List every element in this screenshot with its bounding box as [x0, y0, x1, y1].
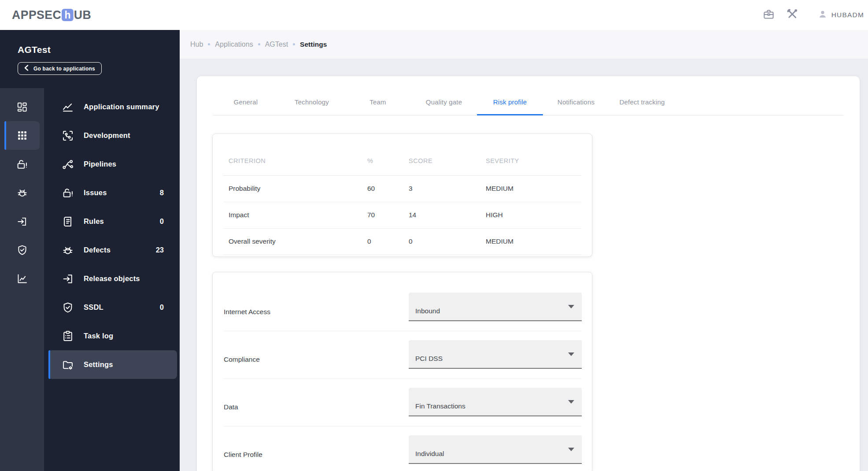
sidebar-item-label: Issues [84, 189, 107, 197]
form-row-internet-access: Internet AccessInbound [223, 284, 581, 331]
table-cell-percent: 60 [362, 175, 403, 202]
sidebar-item-badge: 0 [160, 217, 164, 226]
breadcrumb-separator-dot [258, 43, 260, 45]
dropdown-arrow-icon [568, 448, 574, 451]
select-value: Fin Transactions [415, 402, 465, 411]
sidebar-item-settings[interactable]: Settings [48, 350, 177, 379]
select-client-profile[interactable]: Individual [409, 435, 582, 464]
table-header-cell: SEVERITY [480, 134, 581, 175]
app-logo: APPSEChUB [12, 0, 91, 30]
sidebar-menu: Application summaryDevelopmentPipelinesI… [44, 88, 180, 471]
chevron-left-icon [24, 65, 29, 72]
breadcrumb-item[interactable]: AGTest [265, 41, 288, 48]
sidebar-item-badge: 23 [156, 246, 164, 254]
sidebar-item-application-summary[interactable]: Application summary [48, 93, 177, 121]
chart-line-icon [62, 101, 74, 113]
select-value: PCI DSS [415, 354, 443, 363]
sidebar-item-issues[interactable]: Issues8 [48, 178, 177, 207]
rail-item-apps-grid[interactable] [4, 121, 40, 150]
breadcrumb-item[interactable]: Hub [190, 41, 203, 48]
sidebar-item-label: Task log [84, 332, 113, 340]
tab-team[interactable]: Team [345, 94, 411, 115]
table-cell-score: 14 [403, 202, 480, 228]
go-back-label: Go back to applications [33, 66, 95, 72]
tab-quality-gate[interactable]: Quality gate [411, 94, 477, 115]
sidebar-item-label: Pipelines [84, 160, 116, 168]
table-cell-severity: MEDIUM [480, 228, 581, 255]
briefcase-icon[interactable] [763, 8, 775, 22]
user-name: HUBADM [831, 11, 864, 19]
table-row: Impact7014HIGH [223, 202, 581, 228]
sidebar-item-rules[interactable]: Rules0 [48, 207, 177, 236]
select-value: Inbound [415, 307, 440, 315]
shield-check-icon [16, 244, 28, 256]
tab-notifications[interactable]: Notifications [543, 94, 609, 115]
sidebar-item-ssdl[interactable]: SSDL0 [48, 293, 177, 322]
form-row-compliance: CompliancePCI DSS [223, 331, 581, 379]
sidebar-item-badge: 0 [160, 303, 164, 312]
sidebar: AGTest Go back to applications Applicati… [0, 30, 180, 471]
sidebar-item-development[interactable]: Development [48, 121, 177, 150]
apps-grid-icon [17, 130, 28, 141]
sidebar-header: AGTest Go back to applications [0, 30, 180, 88]
tools-icon[interactable] [786, 8, 798, 22]
logo-text-post: UB [74, 8, 91, 22]
table-cell-severity: HIGH [480, 202, 581, 228]
unlocked-alert-icon [16, 158, 28, 171]
rail-item-exit[interactable] [4, 207, 40, 236]
breadcrumb-separator-dot [208, 43, 210, 45]
active-tab-indicator [477, 114, 543, 115]
dev-branch-icon [62, 130, 74, 142]
tab-technology[interactable]: Technology [279, 94, 345, 115]
shield-check-icon [62, 301, 74, 314]
form-label: Data [224, 403, 238, 412]
go-back-button[interactable]: Go back to applications [18, 62, 102, 75]
select-internet-access[interactable]: Inbound [409, 293, 582, 321]
form-row-client-profile: Client ProfileIndividual [223, 426, 581, 471]
rules-doc-icon [62, 215, 74, 228]
tab-risk-profile[interactable]: Risk profile [477, 94, 543, 115]
task-log-icon [62, 330, 74, 342]
select-compliance[interactable]: PCI DSS [409, 340, 582, 369]
select-data[interactable]: Fin Transactions [409, 388, 582, 416]
dropdown-arrow-icon [568, 305, 574, 308]
table-cell-criterion: Overall severity [223, 228, 362, 255]
breadcrumb-separator-dot [293, 43, 295, 45]
rail-item-bug[interactable] [4, 178, 40, 207]
table-cell-criterion: Impact [223, 202, 362, 228]
sidebar-item-badge: 8 [160, 189, 164, 197]
table-cell-score: 0 [403, 228, 480, 255]
breadcrumb: HubApplicationsAGTestSettings [180, 30, 868, 59]
table-cell-score: 3 [403, 175, 480, 202]
sidebar-item-defects[interactable]: Defects23 [48, 236, 177, 264]
top-bar: APPSEChUB HUBADM [0, 0, 868, 30]
exit-icon [62, 273, 74, 285]
bug-icon [16, 187, 28, 199]
rail-item-dashboard[interactable] [4, 93, 40, 121]
tab-general[interactable]: General [213, 94, 279, 115]
form-label: Client Profile [224, 450, 262, 459]
user-menu[interactable]: HUBADM [818, 9, 864, 21]
tab-defect-tracking[interactable]: Defect tracking [609, 94, 675, 115]
sidebar-item-release-objects[interactable]: Release objects [48, 264, 177, 293]
form-label: Internet Access [224, 308, 270, 316]
sidebar-item-label: Settings [84, 360, 113, 369]
sidebar-icon-rail [0, 88, 44, 471]
main-content: HubApplicationsAGTestSettings GeneralTec… [180, 30, 868, 471]
unlocked-alert-icon [62, 187, 74, 199]
sidebar-item-label: Rules [84, 217, 104, 226]
table-row: Probability603MEDIUM [223, 175, 581, 202]
rail-item-chart-axis[interactable] [4, 264, 40, 293]
settings-folder-icon [62, 359, 74, 371]
rail-item-unlocked-alert[interactable] [4, 150, 40, 178]
rail-item-shield-check[interactable] [4, 236, 40, 264]
table-header-cell: CRITERION [223, 134, 362, 175]
form-row-data: DataFin Transactions [223, 379, 581, 426]
risk-criteria-table: CRITERION%SCORESEVERITY Probability603ME… [223, 134, 581, 255]
logo-h-letter: h [65, 9, 71, 21]
pipeline-branch-icon [62, 158, 74, 171]
sidebar-item-pipelines[interactable]: Pipelines [48, 150, 177, 178]
sidebar-item-task-log[interactable]: Task log [48, 322, 177, 350]
breadcrumb-item[interactable]: Applications [215, 41, 253, 48]
sidebar-item-label: Defects [84, 246, 111, 254]
